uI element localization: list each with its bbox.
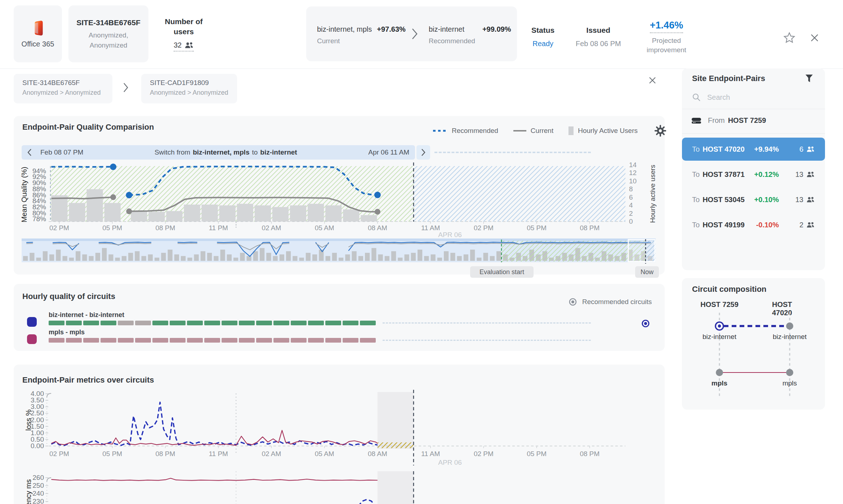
site-card: SITE-314BE6765F Anonymized, Anonymized [68, 5, 148, 62]
svg-text:APR 06: APR 06 [438, 459, 461, 466]
endpoint-pair-row[interactable]: ToHOST 49199-0.10%2 [682, 213, 825, 236]
quality-segment [291, 338, 307, 343]
chevron-right-icon [411, 27, 419, 40]
circuit-quality-bar [49, 321, 376, 325]
to-label: To [692, 170, 700, 179]
projected-value[interactable]: +1.46% [650, 20, 683, 33]
svg-text:250: 250 [32, 482, 44, 489]
svg-text:05 AM: 05 AM [315, 450, 334, 458]
svg-text:11 AM: 11 AM [421, 450, 440, 458]
divider [682, 109, 825, 109]
gear-icon[interactable] [654, 125, 666, 137]
from-host-row: From HOST 7259 [691, 116, 766, 125]
svg-text:10: 10 [629, 177, 637, 185]
app-label: Office 365 [22, 40, 54, 48]
quality-segment [222, 321, 237, 325]
people-icon [184, 42, 194, 49]
pair-users: 13 [795, 170, 815, 179]
legend-hourly-active-users[interactable]: Hourly Active Users [568, 126, 638, 135]
circuit-swatch-biz [27, 317, 37, 327]
dashboard-root: Office 365 SITE-314BE6765F Anonymized, A… [0, 0, 843, 504]
circuit-row-label: biz-internet - biz-internet [49, 311, 124, 319]
range-prev-button[interactable] [27, 148, 32, 157]
breadcrumb-chevron-icon [122, 82, 129, 93]
endpoint-pair-row[interactable]: ToHOST 37871+0.12%13 [682, 163, 825, 186]
svg-text:02 PM: 02 PM [474, 450, 494, 458]
quality-segment [222, 338, 237, 343]
svg-text:08 PM: 08 PM [580, 224, 599, 232]
svg-text:260: 260 [32, 474, 44, 481]
status-block: Status Ready [531, 26, 554, 48]
people-icon [806, 196, 815, 203]
endpoint-pair-row[interactable]: ToHOST 53045+0.10%13 [682, 188, 825, 211]
current-label: Current [317, 37, 406, 45]
range-next-button[interactable] [416, 145, 430, 160]
composition-port: mpls [712, 379, 727, 387]
users-count[interactable]: 32 [174, 41, 194, 52]
svg-text:02 AM: 02 AM [262, 450, 281, 458]
range-future-track [434, 152, 591, 153]
svg-text:latency ms: latency ms [24, 479, 32, 504]
quality-legend: Recommended Current Hourly Active Users [418, 125, 666, 137]
pair-close-icon[interactable] [648, 76, 657, 85]
recommended-circuit-radio[interactable] [641, 319, 650, 328]
pair-users: 13 [795, 196, 815, 204]
status-value[interactable]: Ready [531, 40, 554, 48]
quality-segment [118, 321, 134, 325]
pair-host: HOST 37871 [702, 170, 745, 179]
svg-text:Mean Quality (%): Mean Quality (%) [20, 167, 28, 223]
quality-segment [273, 321, 289, 325]
current-circuits: biz-internet, mpls [317, 25, 372, 34]
quality-segment [343, 338, 358, 343]
users-label-2: users [155, 27, 213, 36]
svg-text:02 PM: 02 PM [474, 224, 494, 232]
quality-segment [325, 321, 341, 325]
filter-funnel-icon[interactable] [805, 74, 813, 83]
svg-text:230: 230 [32, 498, 44, 504]
quality-segment [118, 338, 134, 343]
search-box[interactable]: Search [692, 93, 730, 102]
router-icon [691, 116, 701, 125]
recommended-label: Recommended [429, 37, 511, 45]
legend-recommended[interactable]: Recommended [433, 127, 498, 135]
svg-text:78%: 78% [32, 215, 46, 223]
favorite-star-button[interactable] [782, 31, 796, 45]
breadcrumb-site-to[interactable]: SITE-CAD1F91809 Anonymized > Anonymized [141, 74, 237, 103]
office365-icon [30, 20, 46, 36]
switch-from-circuits: biz-internet, mpls [193, 148, 249, 156]
svg-text:05 PM: 05 PM [102, 450, 122, 458]
quality-segment [66, 321, 82, 325]
quality-segment [170, 338, 186, 343]
close-icon[interactable] [809, 32, 820, 43]
search-input[interactable]: Search [707, 93, 730, 102]
svg-text:05 PM: 05 PM [527, 450, 547, 458]
minimap-brush[interactable] [628, 240, 655, 262]
circuits-legend: Recommended circuits [568, 298, 652, 306]
endpoint-pair-row[interactable]: ToHOST 47020+9.94%6 [682, 138, 825, 161]
pair-host: HOST 47020 [702, 145, 745, 153]
current-quality: +97.63% [377, 25, 406, 34]
circuit-composition-panel: Circuit composition HOST 7259 HOST 47020… [682, 278, 825, 410]
svg-text:2: 2 [629, 210, 633, 217]
svg-text:02 AM: 02 AM [262, 224, 281, 232]
quality-segment [83, 338, 99, 343]
legend-current[interactable]: Current [513, 127, 553, 135]
site-sub-2: Anonymized [90, 41, 128, 49]
svg-text:02 PM: 02 PM [49, 450, 69, 458]
svg-text:05 AM: 05 AM [315, 224, 334, 232]
pair-delta: -0.10% [756, 221, 779, 229]
users-block: Number of users 32 [155, 17, 213, 52]
breadcrumb-site-from[interactable]: SITE-314BE6765F Anonymized > Anonymized [14, 74, 112, 103]
from-label: From [708, 116, 725, 125]
svg-text:05 PM: 05 PM [527, 224, 547, 232]
issued-label: Issued [576, 26, 621, 35]
timeline-minimap[interactable] [11, 238, 659, 265]
projected-label-1: Projected [638, 37, 695, 45]
quality-segment [360, 321, 376, 325]
radio-legend-icon [568, 298, 577, 306]
app-card: Office 365 [14, 5, 62, 62]
from-host: HOST 7259 [728, 116, 766, 125]
quality-segment [256, 321, 272, 325]
quality-segment [152, 321, 168, 325]
range-start-label: Feb 08 07 PM [40, 148, 83, 156]
